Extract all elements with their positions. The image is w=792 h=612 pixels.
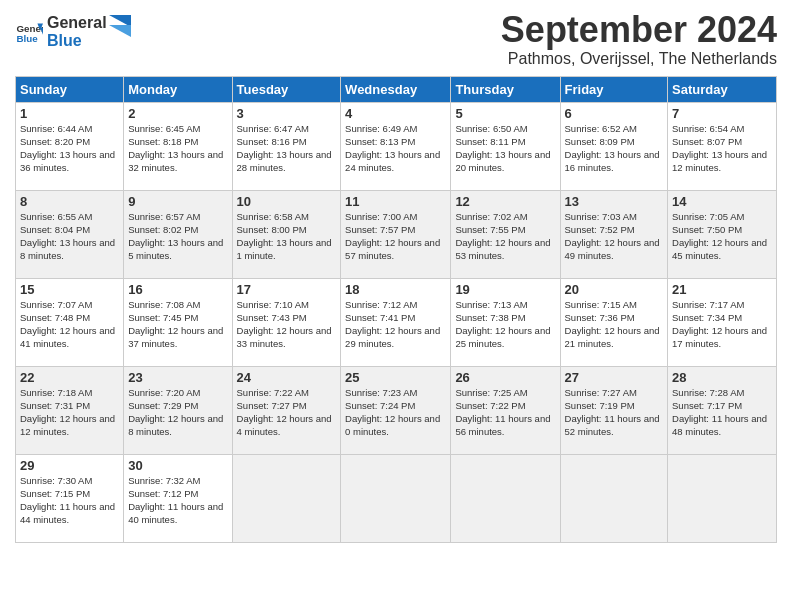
col-thursday: Thursday bbox=[451, 76, 560, 102]
calendar-day-cell: 13Sunrise: 7:03 AM Sunset: 7:52 PM Dayli… bbox=[560, 190, 668, 278]
day-info: Sunrise: 7:25 AM Sunset: 7:22 PM Dayligh… bbox=[455, 386, 555, 439]
day-number: 3 bbox=[237, 106, 337, 121]
day-info: Sunrise: 7:23 AM Sunset: 7:24 PM Dayligh… bbox=[345, 386, 446, 439]
calendar-day-cell: 8Sunrise: 6:55 AM Sunset: 8:04 PM Daylig… bbox=[16, 190, 124, 278]
day-info: Sunrise: 7:05 AM Sunset: 7:50 PM Dayligh… bbox=[672, 210, 772, 263]
day-info: Sunrise: 7:22 AM Sunset: 7:27 PM Dayligh… bbox=[237, 386, 337, 439]
calendar-day-cell: 4Sunrise: 6:49 AM Sunset: 8:13 PM Daylig… bbox=[341, 102, 451, 190]
day-info: Sunrise: 7:28 AM Sunset: 7:17 PM Dayligh… bbox=[672, 386, 772, 439]
page: General Blue General Blue September 2024… bbox=[0, 0, 792, 553]
calendar-day-cell: 6Sunrise: 6:52 AM Sunset: 8:09 PM Daylig… bbox=[560, 102, 668, 190]
day-number: 6 bbox=[565, 106, 664, 121]
calendar-day-cell bbox=[341, 454, 451, 542]
calendar-day-cell: 25Sunrise: 7:23 AM Sunset: 7:24 PM Dayli… bbox=[341, 366, 451, 454]
calendar-day-cell: 29Sunrise: 7:30 AM Sunset: 7:15 PM Dayli… bbox=[16, 454, 124, 542]
day-number: 9 bbox=[128, 194, 227, 209]
calendar-day-cell bbox=[560, 454, 668, 542]
day-info: Sunrise: 7:12 AM Sunset: 7:41 PM Dayligh… bbox=[345, 298, 446, 351]
day-number: 16 bbox=[128, 282, 227, 297]
calendar-day-cell bbox=[451, 454, 560, 542]
logo: General Blue General Blue bbox=[15, 14, 131, 49]
day-info: Sunrise: 7:10 AM Sunset: 7:43 PM Dayligh… bbox=[237, 298, 337, 351]
day-info: Sunrise: 7:20 AM Sunset: 7:29 PM Dayligh… bbox=[128, 386, 227, 439]
col-monday: Monday bbox=[124, 76, 232, 102]
day-info: Sunrise: 7:13 AM Sunset: 7:38 PM Dayligh… bbox=[455, 298, 555, 351]
day-info: Sunrise: 7:02 AM Sunset: 7:55 PM Dayligh… bbox=[455, 210, 555, 263]
day-info: Sunrise: 7:15 AM Sunset: 7:36 PM Dayligh… bbox=[565, 298, 664, 351]
calendar-week-row: 22Sunrise: 7:18 AM Sunset: 7:31 PM Dayli… bbox=[16, 366, 777, 454]
day-info: Sunrise: 7:08 AM Sunset: 7:45 PM Dayligh… bbox=[128, 298, 227, 351]
day-number: 19 bbox=[455, 282, 555, 297]
logo-icon: General Blue bbox=[15, 18, 43, 46]
day-info: Sunrise: 7:30 AM Sunset: 7:15 PM Dayligh… bbox=[20, 474, 119, 527]
day-number: 2 bbox=[128, 106, 227, 121]
day-info: Sunrise: 7:03 AM Sunset: 7:52 PM Dayligh… bbox=[565, 210, 664, 263]
day-number: 23 bbox=[128, 370, 227, 385]
calendar-day-cell: 19Sunrise: 7:13 AM Sunset: 7:38 PM Dayli… bbox=[451, 278, 560, 366]
day-number: 11 bbox=[345, 194, 446, 209]
day-info: Sunrise: 6:55 AM Sunset: 8:04 PM Dayligh… bbox=[20, 210, 119, 263]
day-info: Sunrise: 7:07 AM Sunset: 7:48 PM Dayligh… bbox=[20, 298, 119, 351]
calendar-week-row: 15Sunrise: 7:07 AM Sunset: 7:48 PM Dayli… bbox=[16, 278, 777, 366]
day-number: 13 bbox=[565, 194, 664, 209]
logo-general: General bbox=[47, 14, 107, 32]
day-info: Sunrise: 6:52 AM Sunset: 8:09 PM Dayligh… bbox=[565, 122, 664, 175]
day-number: 12 bbox=[455, 194, 555, 209]
calendar-day-cell: 24Sunrise: 7:22 AM Sunset: 7:27 PM Dayli… bbox=[232, 366, 341, 454]
day-number: 21 bbox=[672, 282, 772, 297]
calendar-day-cell: 26Sunrise: 7:25 AM Sunset: 7:22 PM Dayli… bbox=[451, 366, 560, 454]
day-number: 4 bbox=[345, 106, 446, 121]
calendar-day-cell: 20Sunrise: 7:15 AM Sunset: 7:36 PM Dayli… bbox=[560, 278, 668, 366]
day-number: 1 bbox=[20, 106, 119, 121]
day-number: 17 bbox=[237, 282, 337, 297]
calendar-table: Sunday Monday Tuesday Wednesday Thursday… bbox=[15, 76, 777, 543]
day-number: 15 bbox=[20, 282, 119, 297]
col-saturday: Saturday bbox=[668, 76, 777, 102]
day-number: 10 bbox=[237, 194, 337, 209]
calendar-header-row: Sunday Monday Tuesday Wednesday Thursday… bbox=[16, 76, 777, 102]
calendar-week-row: 29Sunrise: 7:30 AM Sunset: 7:15 PM Dayli… bbox=[16, 454, 777, 542]
col-friday: Friday bbox=[560, 76, 668, 102]
day-number: 28 bbox=[672, 370, 772, 385]
day-info: Sunrise: 6:44 AM Sunset: 8:20 PM Dayligh… bbox=[20, 122, 119, 175]
calendar-week-row: 1Sunrise: 6:44 AM Sunset: 8:20 PM Daylig… bbox=[16, 102, 777, 190]
day-info: Sunrise: 7:32 AM Sunset: 7:12 PM Dayligh… bbox=[128, 474, 227, 527]
calendar-day-cell: 12Sunrise: 7:02 AM Sunset: 7:55 PM Dayli… bbox=[451, 190, 560, 278]
day-number: 20 bbox=[565, 282, 664, 297]
day-number: 8 bbox=[20, 194, 119, 209]
calendar-day-cell: 15Sunrise: 7:07 AM Sunset: 7:48 PM Dayli… bbox=[16, 278, 124, 366]
day-number: 30 bbox=[128, 458, 227, 473]
calendar-day-cell: 27Sunrise: 7:27 AM Sunset: 7:19 PM Dayli… bbox=[560, 366, 668, 454]
day-number: 24 bbox=[237, 370, 337, 385]
logo-blue: Blue bbox=[47, 32, 107, 50]
day-info: Sunrise: 6:50 AM Sunset: 8:11 PM Dayligh… bbox=[455, 122, 555, 175]
day-info: Sunrise: 7:17 AM Sunset: 7:34 PM Dayligh… bbox=[672, 298, 772, 351]
day-info: Sunrise: 6:49 AM Sunset: 8:13 PM Dayligh… bbox=[345, 122, 446, 175]
day-info: Sunrise: 6:58 AM Sunset: 8:00 PM Dayligh… bbox=[237, 210, 337, 263]
day-info: Sunrise: 7:27 AM Sunset: 7:19 PM Dayligh… bbox=[565, 386, 664, 439]
location-subtitle: Pathmos, Overijssel, The Netherlands bbox=[501, 50, 777, 68]
day-number: 7 bbox=[672, 106, 772, 121]
day-number: 25 bbox=[345, 370, 446, 385]
calendar-day-cell: 16Sunrise: 7:08 AM Sunset: 7:45 PM Dayli… bbox=[124, 278, 232, 366]
day-info: Sunrise: 6:45 AM Sunset: 8:18 PM Dayligh… bbox=[128, 122, 227, 175]
day-number: 18 bbox=[345, 282, 446, 297]
calendar-day-cell: 11Sunrise: 7:00 AM Sunset: 7:57 PM Dayli… bbox=[341, 190, 451, 278]
day-info: Sunrise: 6:57 AM Sunset: 8:02 PM Dayligh… bbox=[128, 210, 227, 263]
col-sunday: Sunday bbox=[16, 76, 124, 102]
calendar-day-cell bbox=[668, 454, 777, 542]
col-wednesday: Wednesday bbox=[341, 76, 451, 102]
calendar-day-cell: 7Sunrise: 6:54 AM Sunset: 8:07 PM Daylig… bbox=[668, 102, 777, 190]
calendar-day-cell: 3Sunrise: 6:47 AM Sunset: 8:16 PM Daylig… bbox=[232, 102, 341, 190]
day-number: 27 bbox=[565, 370, 664, 385]
calendar-day-cell: 2Sunrise: 6:45 AM Sunset: 8:18 PM Daylig… bbox=[124, 102, 232, 190]
calendar-day-cell: 9Sunrise: 6:57 AM Sunset: 8:02 PM Daylig… bbox=[124, 190, 232, 278]
calendar-day-cell: 1Sunrise: 6:44 AM Sunset: 8:20 PM Daylig… bbox=[16, 102, 124, 190]
day-number: 29 bbox=[20, 458, 119, 473]
calendar-day-cell: 30Sunrise: 7:32 AM Sunset: 7:12 PM Dayli… bbox=[124, 454, 232, 542]
title-block: September 2024 Pathmos, Overijssel, The … bbox=[501, 10, 777, 68]
day-number: 5 bbox=[455, 106, 555, 121]
calendar-day-cell: 18Sunrise: 7:12 AM Sunset: 7:41 PM Dayli… bbox=[341, 278, 451, 366]
day-info: Sunrise: 6:54 AM Sunset: 8:07 PM Dayligh… bbox=[672, 122, 772, 175]
month-year-title: September 2024 bbox=[501, 10, 777, 50]
